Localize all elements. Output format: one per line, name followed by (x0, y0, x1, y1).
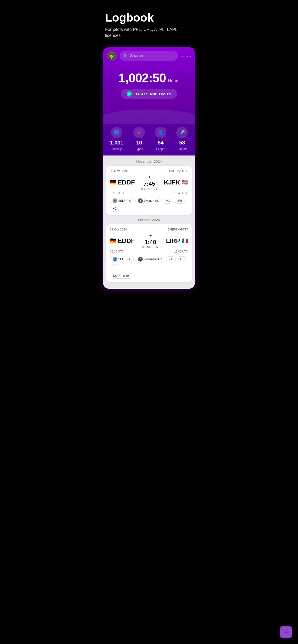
flight-date-2: 31 Oct 2024 (110, 228, 127, 231)
page-header: Logbook For pilots with PPL, CPL, ATPL, … (99, 0, 199, 44)
flight-aircraft-2: D-EFGH•B737 (168, 228, 188, 231)
approach-2: ILS CAT I•1🌤 (135, 246, 166, 248)
duration-2: 1:40 (145, 239, 156, 245)
crew-self-2[interactable]: 👤 SELF•PIC (110, 256, 134, 263)
flight-middle-1: 🇩🇪 EDDF ✈ 7:45 ILS CAT I•1🌤 KJFK 🇺🇸 (110, 175, 188, 190)
wave-bg (103, 110, 195, 124)
tag-xc-1[interactable]: XC (110, 206, 119, 212)
landings-label: Landings (111, 147, 123, 151)
duration-1: 7:45 (143, 180, 155, 187)
totals-label: TOTALS AND LIMITS (134, 92, 172, 96)
page-subtitle: For pilots with PPL, CPL, ATPL, LAPL lic… (105, 26, 193, 38)
total-hours-display: 1,002:50 Hours (111, 71, 187, 85)
people-label: People (156, 147, 165, 151)
to-code-1: KJFK (164, 179, 180, 186)
total-hours: 1,002:50 (118, 71, 166, 85)
from-flag-1: 🇩🇪 (110, 179, 116, 186)
to-airport-1: KJFK 🇺🇸 (164, 179, 188, 186)
flight-top-1: 03 Nov 2024 D-DHHA•B738 (110, 169, 188, 173)
flight-date-1: 03 Nov 2024 (110, 169, 128, 173)
crew-initial-1: Z (138, 198, 143, 203)
tag-pic-1[interactable]: PIC (163, 198, 173, 204)
crew-label-self-1: SELF•PIC (118, 199, 131, 202)
globe-icon: 🌐 (111, 127, 122, 138)
aircraft-icon: ✈️ (176, 127, 188, 138)
tag-ifr-2[interactable]: IFR (177, 256, 187, 262)
month-november: November 2024 (103, 159, 195, 164)
from-code-2: EDDF (118, 237, 135, 244)
aircraft-value: 58 (179, 140, 185, 146)
flight-aircraft-1: D-DHHA•B738 (168, 169, 188, 173)
flight-center-1: ✈ 7:45 ILS CAT I•1🌤 (135, 175, 164, 190)
from-flag-2: 🇩🇪 (110, 238, 116, 244)
people-value: 54 (158, 140, 163, 146)
from-airport-2: 🇩🇪 EDDF (110, 237, 135, 244)
aircraft-label: Aircraft (178, 147, 187, 151)
crew-label-self-2: SELF•PIC (118, 258, 131, 261)
wave-section (103, 105, 195, 124)
flight-center-2: ✈ 1:40 ILS CAT I•1🌤 (135, 233, 166, 248)
flight-card-1[interactable]: 03 Nov 2024 D-DHHA•B738 🇩🇪 EDDF ✈ 7:45 I… (106, 166, 192, 215)
to-code-2: LIRP (166, 237, 180, 244)
hours-section: 1,002:50 Hours ✓ TOTALS AND LIMITS (107, 64, 191, 105)
from-code-1: EDDF (118, 179, 135, 186)
flight-middle-2: 🇩🇪 EDDF ✈ 1:40 ILS CAT I•1🌤 LIRP 🇮🇹 (110, 233, 188, 248)
to-flag-2: 🇮🇹 (182, 238, 188, 244)
crew-sic-2[interactable]: B Bjorkman•SIC (135, 256, 164, 263)
to-time-1: 13:45 UTC (174, 192, 188, 195)
crew-initial-2: B (138, 257, 143, 262)
people-icon: 👤 (155, 127, 166, 138)
page-title: Logbook (105, 12, 193, 24)
types-value: 10 (136, 140, 142, 146)
types-icon: 🔺 (133, 127, 145, 138)
hours-label: Hours (168, 78, 180, 83)
to-flag-1: 🇺🇸 (182, 179, 188, 186)
stat-aircraft[interactable]: ✈️ 58 Aircraft (176, 127, 188, 151)
landings-value: 1,031 (110, 140, 123, 146)
crew-avatar-1: 👤 (112, 198, 117, 203)
avatar[interactable]: 👨‍✈️ (107, 51, 117, 60)
crew-avatar-2: 👤 (112, 257, 117, 262)
crew-label-sic-2: Bjorkman•SIC (144, 258, 162, 261)
approach-1: ILS CAT I•1🌤 (135, 187, 164, 190)
app-card: 👨‍✈️ 🔍 Search ≡ ··· 1,002:50 Hours ✓ TOT… (103, 47, 195, 289)
stats-row: 🌐 1,031 Landings 🔺 10 Types 👤 54 People … (103, 124, 195, 156)
crew-sic-1[interactable]: Z Zwager•SIC (135, 197, 162, 204)
totals-button[interactable]: ✓ TOTALS AND LIMITS (121, 89, 177, 99)
flight-times-1: 06:00 UTC 13:45 UTC (110, 192, 188, 195)
card-bottom-pad (103, 285, 195, 289)
types-label: Types (135, 147, 143, 151)
from-airport-1: 🇩🇪 EDDF (110, 179, 135, 186)
flight-card-2[interactable]: 31 Oct 2024 D-EFGH•B737 🇩🇪 EDDF ✈ 1:40 I… (106, 224, 192, 282)
plane-icon-2: ✈ (135, 233, 166, 238)
search-placeholder: Search (130, 54, 143, 58)
search-icon: 🔍 (123, 54, 128, 58)
stat-types[interactable]: 🔺 10 Types (133, 127, 145, 151)
card-bottom: November 2024 03 Nov 2024 D-DHHA•B738 🇩🇪… (103, 156, 195, 289)
flight-top-2: 31 Oct 2024 D-EFGH•B737 (110, 228, 188, 231)
search-row: 👨‍✈️ 🔍 Search ≡ ··· (107, 51, 191, 60)
search-bar[interactable]: 🔍 Search (119, 51, 178, 60)
tag-xc-2[interactable]: XC (110, 264, 119, 270)
month-october: October 2024 (103, 218, 195, 222)
from-time-1: 06:00 UTC (110, 192, 124, 195)
tag-ifr-1[interactable]: IFR (175, 198, 185, 204)
to-time-2: 11:05 UTC (174, 250, 188, 253)
crew-self-1[interactable]: 👤 SELF•PIC (110, 197, 134, 204)
tags-row-2: 👤 SELF•PIC B Bjorkman•SIC PIC IFR XC (110, 256, 188, 270)
tag-pic-2[interactable]: PIC (166, 256, 176, 262)
check-icon: ✓ (127, 91, 132, 96)
from-time-2: 09:25 UTC (110, 250, 124, 253)
duty-tag: DUTY | 8:30 (110, 273, 132, 279)
tags-row-1: 👤 SELF•PIC Z Zwager•SIC PIC IFR XC (110, 197, 188, 212)
crew-label-sic-1: Zwager•SIC (144, 199, 159, 202)
stat-people[interactable]: 👤 54 People (155, 127, 166, 151)
card-top: 👨‍✈️ 🔍 Search ≡ ··· 1,002:50 Hours ✓ TOT… (103, 47, 195, 105)
flight-times-2: 09:25 UTC 11:05 UTC (110, 250, 188, 253)
filter-icon[interactable]: ≡ (181, 53, 184, 59)
stat-landings[interactable]: 🌐 1,031 Landings (110, 127, 123, 151)
plane-icon-1: ✈ (135, 175, 164, 180)
header-icons: ≡ ··· (181, 53, 191, 59)
to-airport-2: LIRP 🇮🇹 (166, 237, 188, 244)
more-icon[interactable]: ··· (187, 53, 191, 59)
